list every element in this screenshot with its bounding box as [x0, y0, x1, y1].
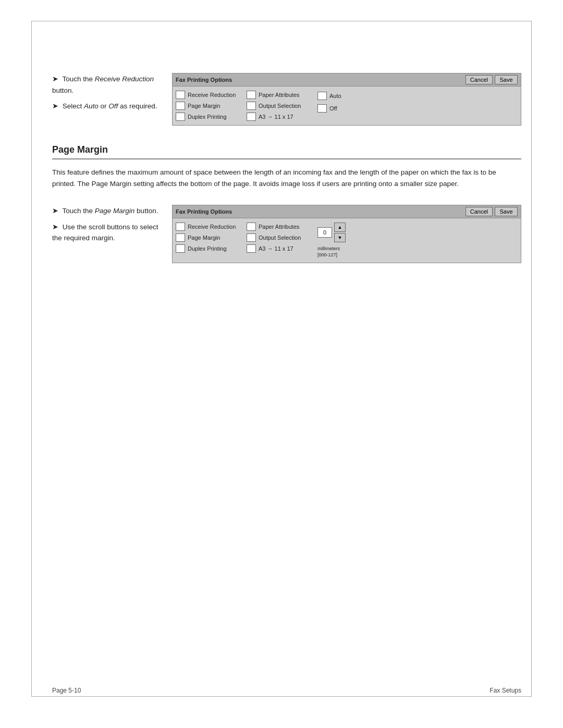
instruction-2-prefix: Select — [63, 102, 84, 110]
menu-checkbox-duplex[interactable] — [176, 113, 185, 121]
menu-item-page-margin[interactable]: Page Margin — [176, 102, 243, 110]
arrow-icon-1: ➤ — [52, 75, 58, 83]
pm-menu-item-receive[interactable]: Receive Reduction — [176, 223, 243, 231]
page-border-right — [531, 21, 532, 697]
option-off[interactable]: Off — [317, 104, 518, 113]
pm-arrow-icon-1: ➤ — [52, 206, 58, 215]
panel-2-cancel-button[interactable]: Cancel — [466, 207, 493, 216]
panel-2-right-col: 0 ▲ ▼ millimeters [000-127] — [317, 223, 518, 258]
pm-menu-label-paper: Paper Attributes — [259, 224, 299, 230]
panel-2-header: Fax Printing Options Cancel Save — [173, 205, 521, 218]
panel-2-buttons: Cancel Save — [466, 207, 518, 216]
menu-item-output[interactable]: Output Selection — [247, 102, 314, 110]
panel-1-buttons: Cancel Save — [466, 75, 518, 84]
instruction-2-italic2: Off — [108, 102, 118, 110]
panel-1-cancel-button[interactable]: Cancel — [466, 75, 493, 84]
pm-arrow-icon-2: ➤ — [52, 223, 58, 231]
panel-1-right-col: Auto Off — [317, 91, 518, 121]
panel-1-middle-col: Paper Attributes Output Selection A3 → 1… — [247, 91, 314, 121]
menu-label-a3: A3 → 11 x 17 — [259, 114, 293, 120]
pm-instruction-1-suffix: button. — [134, 207, 158, 215]
pm-instruction-2-text: Use the scroll buttons to select the req… — [52, 223, 158, 242]
option-checkbox-auto[interactable] — [317, 92, 327, 100]
menu-checkbox-receive[interactable] — [176, 91, 185, 99]
pm-menu-checkbox-duplex[interactable] — [176, 244, 185, 253]
menu-checkbox-page-margin[interactable] — [176, 102, 185, 110]
scroll-down-button[interactable]: ▼ — [334, 233, 346, 242]
menu-label-paper: Paper Attributes — [259, 92, 299, 98]
instruction-2: ➤ Select Auto or Off as required. — [52, 100, 162, 112]
scroll-value-display: 0 — [317, 227, 332, 238]
page-margin-panel: Fax Printing Options Cancel Save Receive… — [172, 205, 521, 263]
instruction-1-prefix: Touch the — [63, 75, 95, 83]
pm-menu-checkbox-a3[interactable] — [247, 244, 256, 253]
menu-item-paper[interactable]: Paper Attributes — [247, 91, 314, 99]
instruction-1: ➤ Touch the Receive Reduction button. — [52, 73, 162, 96]
panel-1-menu-col: Receive Reduction Page Margin Duplex Pri… — [176, 91, 243, 121]
pm-instruction-1-prefix: Touch the — [63, 207, 95, 215]
panel-1-body: Receive Reduction Page Margin Duplex Pri… — [173, 87, 521, 125]
menu-checkbox-a3[interactable] — [247, 113, 256, 121]
pm-menu-checkbox-page-margin[interactable] — [176, 233, 185, 242]
pm-menu-label-output: Output Selection — [259, 235, 301, 241]
footer-right: Fax Setups — [489, 687, 521, 694]
menu-label-receive: Receive Reduction — [188, 92, 236, 98]
scroll-widget: ▲ ▼ — [334, 223, 346, 242]
receive-reduction-section: ➤ Touch the Receive Reduction button. ➤ … — [52, 73, 521, 126]
option-auto[interactable]: Auto — [317, 92, 518, 100]
receive-reduction-panel: Fax Printing Options Cancel Save Receive… — [172, 73, 521, 126]
panel-2-middle-col: Paper Attributes Output Selection A3 → 1… — [247, 223, 314, 258]
instruction-2-italic1: Auto — [84, 102, 99, 110]
footer-left: Page 5-10 — [52, 687, 81, 694]
page-margin-body: This feature defines the maximum amount … — [52, 167, 521, 189]
instruction-2-suffix: as required. — [118, 102, 157, 110]
pm-menu-label-a3: A3 → 11 x 17 — [259, 245, 293, 252]
scroll-up-button[interactable]: ▲ — [334, 223, 346, 232]
page-margin-steps: ➤ Touch the Page Margin button. ➤ Use th… — [52, 205, 521, 263]
scroll-range-text: [000-127] — [317, 252, 518, 258]
pm-instruction-1-italic: Page Margin — [95, 207, 135, 215]
panel-1-save-button[interactable]: Save — [495, 75, 518, 84]
scroll-widget-container: 0 ▲ ▼ — [317, 223, 518, 242]
pm-menu-label-receive: Receive Reduction — [188, 224, 236, 230]
receive-options: Auto Off — [317, 91, 518, 113]
panel-2-body: Receive Reduction Page Margin Duplex Pri… — [173, 218, 521, 262]
menu-item-receive[interactable]: Receive Reduction — [176, 91, 243, 99]
pm-menu-label-duplex: Duplex Printing — [188, 245, 227, 252]
pm-menu-item-paper[interactable]: Paper Attributes — [247, 223, 314, 231]
option-label-auto: Auto — [329, 93, 341, 99]
menu-item-a3[interactable]: A3 → 11 x 17 — [247, 113, 314, 121]
menu-checkbox-paper[interactable] — [247, 91, 256, 99]
option-label-off: Off — [329, 105, 337, 112]
instruction-1-suffix: button. — [52, 87, 74, 94]
pm-instruction-1: ➤ Touch the Page Margin button. — [52, 205, 162, 217]
page-margin-instructions: ➤ Touch the Page Margin button. ➤ Use th… — [52, 205, 172, 263]
menu-checkbox-output[interactable] — [247, 102, 256, 110]
pm-instruction-2: ➤ Use the scroll buttons to select the r… — [52, 221, 162, 244]
menu-label-duplex: Duplex Printing — [188, 114, 227, 120]
menu-item-duplex[interactable]: Duplex Printing — [176, 113, 243, 121]
panel-1-header: Fax Printing Options Cancel Save — [173, 73, 521, 87]
panel-2-save-button[interactable]: Save — [495, 207, 518, 216]
pm-menu-checkbox-receive[interactable] — [176, 223, 185, 231]
panel-1-title: Fax Printing Options — [176, 77, 232, 83]
instruction-2-middle: or — [99, 102, 109, 110]
menu-label-output: Output Selection — [259, 103, 301, 109]
page-border-top — [31, 21, 532, 21]
page-border-bottom — [31, 696, 532, 697]
instruction-1-italic: Receive Reduction — [95, 75, 154, 83]
pm-menu-item-a3[interactable]: A3 → 11 x 17 — [247, 244, 314, 253]
option-checkbox-off[interactable] — [317, 104, 327, 113]
pm-menu-label-page-margin: Page Margin — [188, 235, 220, 241]
pm-menu-item-page-margin[interactable]: Page Margin — [176, 233, 243, 242]
page-margin-heading: Page Margin — [52, 144, 521, 159]
pm-menu-checkbox-output[interactable] — [247, 233, 256, 242]
page-border-left — [31, 21, 32, 697]
pm-menu-item-duplex[interactable]: Duplex Printing — [176, 244, 243, 253]
pm-menu-checkbox-paper[interactable] — [247, 223, 256, 231]
pm-menu-item-output[interactable]: Output Selection — [247, 233, 314, 242]
panel-2-title: Fax Printing Options — [176, 208, 232, 215]
panel-2-menu-col: Receive Reduction Page Margin Duplex Pri… — [176, 223, 243, 258]
scroll-unit-label: millimeters [000-127] — [317, 246, 518, 258]
menu-label-page-margin: Page Margin — [188, 103, 220, 109]
